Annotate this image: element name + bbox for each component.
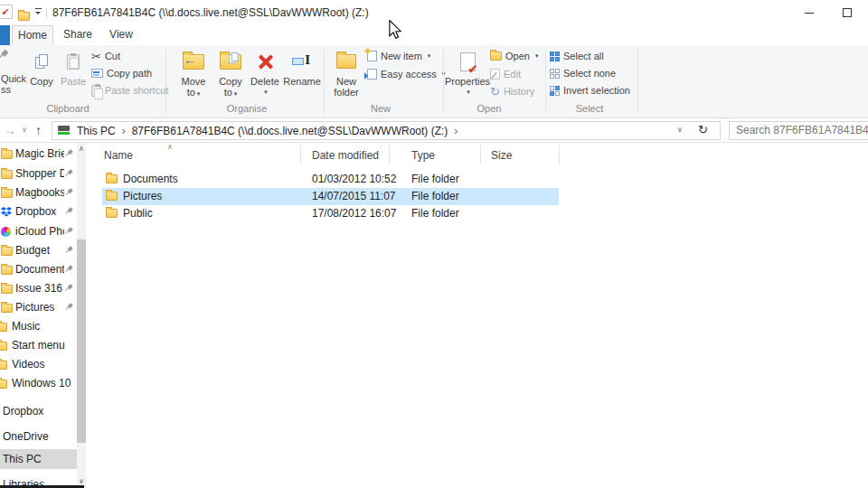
sidebar-item-start-menu[interactable]: Start menu bbox=[0, 336, 77, 354]
group-label-open: Open bbox=[444, 103, 534, 114]
column-header-name[interactable]: Name bbox=[104, 149, 133, 162]
column-divider[interactable] bbox=[300, 145, 301, 164]
qat-customize-dropdown-icon[interactable] bbox=[34, 8, 42, 17]
folder-icon bbox=[1, 150, 13, 159]
copy-to-button[interactable]: Copy to▾ bbox=[213, 49, 248, 101]
sidebar-root-dropbox[interactable]: Dropbox bbox=[0, 402, 77, 420]
up-button[interactable]: ↑ bbox=[35, 123, 42, 137]
refresh-button[interactable]: ↻ bbox=[698, 123, 708, 136]
invert-selection-button[interactable]: Invert selection bbox=[550, 82, 630, 99]
cut-icon: ✂ bbox=[91, 50, 101, 63]
group-label-organise: Organise bbox=[202, 103, 292, 114]
ribbon-tab-row: Home Share View bbox=[0, 25, 868, 45]
scroll-up-icon[interactable]: ∧ bbox=[77, 143, 86, 155]
maximize-button[interactable] bbox=[832, 0, 863, 25]
select-none-button[interactable]: Select none bbox=[550, 65, 616, 81]
copy-icon bbox=[35, 54, 49, 70]
open-button[interactable]: Open ▾ bbox=[490, 48, 538, 64]
column-header-size[interactable]: Size bbox=[491, 149, 512, 162]
sidebar-root-this-pc[interactable]: This PC bbox=[0, 450, 77, 468]
copy-path-button[interactable]: Copy path bbox=[91, 65, 152, 81]
properties-button[interactable]: Properties ▾ bbox=[447, 49, 488, 101]
dropdown-icon: ▾ bbox=[197, 90, 201, 97]
sidebar-item-documents[interactable]: Documents bbox=[0, 260, 77, 278]
sidebar-item-windows-10[interactable]: Windows 10 bbox=[0, 374, 77, 392]
pin-to-quick-access-button-line2[interactable]: ss bbox=[1, 84, 11, 95]
breadcrumb-this-pc[interactable]: This PC bbox=[77, 125, 116, 137]
delete-button[interactable]: Delete ▾ bbox=[250, 49, 280, 101]
edit-icon bbox=[490, 69, 500, 80]
folder-icon bbox=[0, 361, 7, 370]
column-divider[interactable] bbox=[389, 145, 390, 164]
column-divider[interactable] bbox=[480, 145, 481, 164]
paste-button[interactable]: Paste bbox=[58, 49, 89, 101]
cut-button[interactable]: ✂ Cut bbox=[91, 48, 120, 64]
easy-access-button[interactable]: Easy access ▾ bbox=[367, 66, 445, 82]
file-row-public[interactable]: Public 17/08/2012 16:07 File folder bbox=[102, 205, 559, 222]
minimize-button[interactable] bbox=[794, 0, 825, 25]
address-dropdown-icon[interactable]: ∨ bbox=[677, 126, 683, 134]
sidebar-item-magbooks[interactable]: Magbooks bbox=[0, 183, 77, 202]
qat-properties-check-icon[interactable]: ✔ bbox=[0, 5, 13, 19]
pin-icon bbox=[62, 225, 75, 238]
network-drive-icon bbox=[58, 126, 71, 136]
forward-button[interactable]: → bbox=[4, 123, 16, 137]
column-header-date-modified[interactable]: Date modified bbox=[312, 149, 379, 162]
titlebar-separator bbox=[46, 7, 47, 19]
group-label-new: New bbox=[335, 103, 426, 114]
recent-locations-dropdown-icon[interactable]: ∨ bbox=[22, 126, 27, 134]
sidebar-scrollbar[interactable]: ∧ ∨ bbox=[77, 143, 86, 488]
folder-icon bbox=[0, 380, 7, 389]
file-row-pictures[interactable]: Pictures 14/07/2015 11:07 File folder bbox=[102, 188, 559, 205]
file-row-documents[interactable]: Documents 01/03/2012 10:52 File folder bbox=[102, 171, 559, 188]
new-folder-button[interactable]: New folder bbox=[327, 49, 365, 101]
select-all-icon bbox=[550, 52, 560, 61]
rename-button[interactable]: I Rename bbox=[280, 49, 324, 101]
rename-icon: I bbox=[292, 55, 312, 68]
sidebar-item-issue-316[interactable]: Issue 316 bbox=[0, 279, 77, 297]
new-item-icon bbox=[367, 51, 377, 61]
paste-icon bbox=[67, 54, 80, 70]
sidebar-item-dropbox[interactable]: Dropbox bbox=[0, 202, 77, 221]
pin-icon bbox=[62, 282, 75, 295]
history-button[interactable]: ↻ History bbox=[490, 83, 534, 99]
pin-to-quick-access-button[interactable]: Quick bbox=[1, 73, 26, 84]
sidebar-item-videos[interactable]: Videos bbox=[0, 355, 77, 373]
sidebar-item-budget[interactable]: Budget bbox=[0, 241, 77, 259]
column-header-type[interactable]: Type bbox=[411, 149, 435, 162]
folder-icon bbox=[106, 209, 118, 218]
sidebar-item-pictures[interactable]: Pictures bbox=[0, 298, 77, 316]
copy-button[interactable]: Copy bbox=[25, 49, 58, 101]
folder-icon bbox=[1, 247, 13, 256]
breadcrumb-separator-icon[interactable]: › bbox=[454, 125, 458, 137]
edit-button[interactable]: Edit bbox=[490, 66, 521, 82]
search-input[interactable]: Search 87F6FB61A7841B4C (\\ bbox=[729, 121, 868, 140]
tab-share[interactable]: Share bbox=[56, 25, 99, 45]
select-none-icon bbox=[550, 69, 560, 79]
new-item-button[interactable]: New item ▾ bbox=[367, 48, 430, 64]
copy-path-icon bbox=[91, 69, 103, 78]
sidebar-item-icloud-photo[interactable]: iCloud Photo bbox=[0, 222, 77, 240]
mouse-cursor bbox=[388, 20, 402, 40]
tab-view[interactable]: View bbox=[101, 25, 141, 45]
sort-ascending-icon: ∧ bbox=[167, 143, 173, 151]
select-all-button[interactable]: Select all bbox=[550, 48, 604, 64]
column-divider[interactable] bbox=[559, 145, 560, 164]
file-list: ∧ Name Date modified Type Size Documents… bbox=[90, 143, 868, 488]
qat-folder-icon[interactable] bbox=[18, 12, 30, 21]
paste-shortcut-button[interactable]: Paste shortcut bbox=[91, 82, 168, 99]
address-bar[interactable]: This PC › 87F6FB61A7841B4C (\\d.docs.liv… bbox=[52, 121, 721, 140]
scrollbar-thumb[interactable] bbox=[77, 239, 86, 443]
breadcrumb-drive-path[interactable]: 87F6FB61A7841B4C (\\d.docs.live.net@SSL\… bbox=[132, 125, 448, 137]
pin-icon bbox=[62, 263, 75, 276]
tab-file-fragment[interactable] bbox=[0, 25, 10, 45]
breadcrumb-separator-icon[interactable]: › bbox=[122, 125, 126, 137]
sidebar-item-shopper-doc[interactable]: Shopper Docu bbox=[0, 164, 77, 183]
move-to-button[interactable]: ← Move to▾ bbox=[175, 49, 212, 101]
new-folder-icon bbox=[336, 54, 356, 69]
tab-home[interactable]: Home bbox=[12, 25, 53, 45]
sidebar-item-magic-briefcase[interactable]: Magic Briefca bbox=[0, 145, 77, 163]
sidebar-root-onedrive[interactable]: OneDrive bbox=[0, 427, 77, 446]
maximize-icon bbox=[843, 8, 852, 17]
sidebar-item-music[interactable]: Music bbox=[0, 317, 77, 335]
